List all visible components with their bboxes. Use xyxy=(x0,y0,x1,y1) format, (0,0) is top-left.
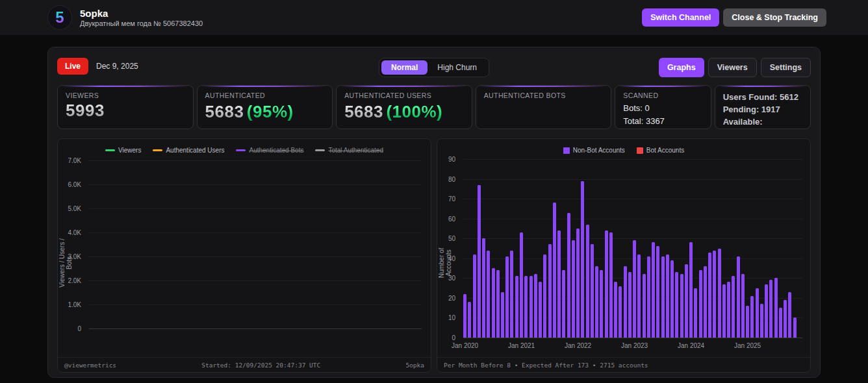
bar xyxy=(675,272,678,338)
legend-label: Total Authenticated xyxy=(328,147,383,154)
line-chart-panel: ViewersAuthenticated UsersAuthenticated … xyxy=(57,138,431,373)
bar xyxy=(572,240,575,338)
bar xyxy=(473,254,476,338)
bar xyxy=(774,278,778,338)
y-tick-label: 90 xyxy=(448,156,455,163)
stream-date: Dec 9, 2025 xyxy=(96,62,138,71)
y-tick-label: 60 xyxy=(448,215,455,222)
bar xyxy=(562,270,565,338)
legend-label: Non-Bot Accounts xyxy=(573,147,625,154)
legend-item[interactable]: Bot Accounts xyxy=(637,147,684,154)
bar xyxy=(727,282,730,338)
gridline xyxy=(89,184,422,185)
bar xyxy=(463,294,466,338)
bar xyxy=(492,268,495,338)
bar xyxy=(496,270,500,338)
bar xyxy=(586,225,589,338)
gridline xyxy=(463,159,802,160)
tab-viewers[interactable]: Viewers xyxy=(708,58,757,77)
bar xyxy=(487,251,490,338)
bar xyxy=(737,256,740,338)
channel-subtitle: Двукратный мем года № 5067382430 xyxy=(80,19,203,27)
bar xyxy=(478,185,481,338)
bar-chart-legend: Non-Bot AccountsBot Accounts xyxy=(437,147,810,154)
bar xyxy=(595,266,598,338)
bar xyxy=(505,256,509,338)
bar xyxy=(643,274,646,338)
y-tick-label: 6.0K xyxy=(68,181,81,188)
y-tick-label: 4.0K xyxy=(68,229,81,236)
channel-meta: 5opka Двукратный мем года № 5067382430 xyxy=(80,8,203,28)
footer-started: Started: 12/09/2025 20:47:37 UTC xyxy=(116,362,405,369)
legend-item[interactable]: Authenticated Bots xyxy=(236,147,303,154)
bar xyxy=(680,274,683,338)
gridline xyxy=(89,160,422,161)
mode-option-high-churn[interactable]: High Churn xyxy=(428,60,487,75)
bar xyxy=(515,276,518,338)
gridline xyxy=(89,280,422,281)
card-authenticated-bots: AUTHENTICATED BOTS xyxy=(476,85,612,129)
card-quota: Users Found: 5612 Pending: 1917 Availabl… xyxy=(715,85,811,129)
legend-label: Authenticated Users xyxy=(166,147,224,154)
legend-item[interactable]: Total Authenticated xyxy=(315,147,383,154)
gridline xyxy=(89,232,422,233)
y-tick-label: 80 xyxy=(448,175,455,182)
bar xyxy=(553,203,556,338)
bar xyxy=(520,232,523,338)
tab-graphs[interactable]: Graphs xyxy=(659,58,704,77)
stats-row: VIEWERS 5993 AUTHENTICATED 5683 (95%) AU… xyxy=(57,85,811,129)
switch-channel-button[interactable]: Switch Channel xyxy=(642,8,719,27)
mode-option-normal[interactable]: Normal xyxy=(381,60,428,75)
bar xyxy=(581,181,584,338)
bar xyxy=(567,213,570,338)
close-stop-tracking-button[interactable]: Close & Stop Tracking xyxy=(723,8,826,27)
x-tick-label: Jan 2023 xyxy=(621,342,648,349)
bar xyxy=(741,274,745,338)
bar xyxy=(685,264,688,338)
authenticated-value: 5683 xyxy=(205,102,244,121)
card-viewers: VIEWERS 5993 xyxy=(57,85,194,129)
x-tick-label: Jan 2021 xyxy=(508,342,535,349)
y-tick-label: 10 xyxy=(448,314,455,321)
bar xyxy=(746,306,749,338)
bar xyxy=(609,232,613,338)
card-label: AUTHENTICATED USERS xyxy=(344,92,464,99)
bar xyxy=(689,242,693,338)
legend-swatch xyxy=(637,147,643,154)
gridline xyxy=(89,304,422,305)
y-tick-label: 30 xyxy=(448,275,455,282)
y-tick-label: 0 xyxy=(452,334,455,341)
x-tick-label: Jan 2020 xyxy=(452,342,478,349)
viewers-value: 5993 xyxy=(66,101,105,120)
bar xyxy=(670,260,674,338)
y-tick-label: 0 xyxy=(77,325,81,332)
gridline xyxy=(463,219,802,219)
bar xyxy=(647,256,650,338)
bar xyxy=(708,253,711,338)
bar xyxy=(543,254,546,338)
legend-item[interactable]: Non-Bot Accounts xyxy=(563,147,625,154)
bar xyxy=(699,270,702,338)
line-chart-plot: 7.0K6.0K5.0K4.0K3.0K2.0K1.0K0 xyxy=(89,160,422,328)
bar xyxy=(784,300,787,338)
legend-swatch xyxy=(563,147,570,154)
y-tick-label: 7.0K xyxy=(68,157,81,164)
bar-chart-footer: Per Month Before 8 • Expected After 173 … xyxy=(437,357,810,372)
scanned-bots-line: Bots: 0 xyxy=(623,102,702,115)
gridline xyxy=(463,199,802,199)
y-tick-label: 50 xyxy=(448,235,455,242)
bar xyxy=(591,244,594,338)
bar xyxy=(760,304,763,338)
bar xyxy=(624,266,627,338)
gridline xyxy=(89,208,422,209)
tab-settings[interactable]: Settings xyxy=(761,58,811,77)
gridline xyxy=(89,256,422,257)
bar xyxy=(600,270,603,338)
legend-item[interactable]: Viewers xyxy=(105,147,141,154)
y-tick-label: 3.0K xyxy=(68,253,81,260)
bar-chart-yaxis: 0102030405060708090 xyxy=(437,159,459,338)
bar xyxy=(524,276,528,338)
legend-item[interactable]: Authenticated Users xyxy=(153,147,224,154)
bar xyxy=(713,251,716,338)
bar xyxy=(628,272,632,338)
